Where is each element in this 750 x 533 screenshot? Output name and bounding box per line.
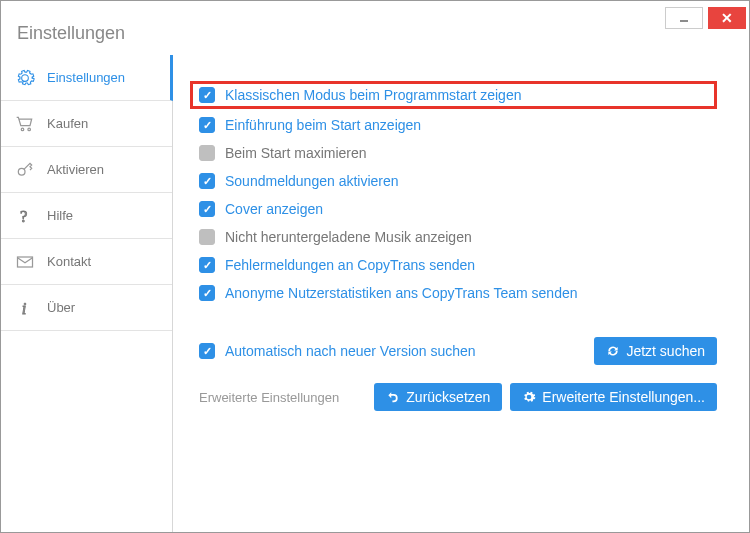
option-label: Soundmeldungen aktivieren (225, 173, 399, 189)
sidebar-item-label: Hilfe (47, 208, 73, 223)
checkbox-icon: ✓ (199, 285, 215, 301)
key-icon (13, 160, 37, 180)
svg-point-1 (18, 168, 25, 175)
option-send-stats[interactable]: ✓ Anonyme Nutzerstatistiken ans CopyTran… (199, 279, 717, 307)
button-label: Zurücksetzen (406, 389, 490, 405)
advanced-settings-button[interactable]: Erweiterte Einstellungen... (510, 383, 717, 411)
checkbox-icon: ✓ (199, 173, 215, 189)
sidebar-item-label: Über (47, 300, 75, 315)
refresh-icon (606, 344, 620, 358)
close-button[interactable]: ✕ (708, 7, 746, 29)
sidebar-item-settings[interactable]: Einstellungen (1, 55, 173, 101)
window-title: Einstellungen (17, 23, 125, 44)
checkbox-icon: ✓ (199, 87, 215, 103)
help-icon: ? (13, 206, 37, 226)
sidebar-item-help[interactable]: ? Hilfe (1, 193, 172, 239)
sidebar-item-label: Einstellungen (47, 70, 125, 85)
option-label: Automatisch nach neuer Version suchen (225, 343, 476, 359)
svg-text:?: ? (20, 206, 27, 225)
option-show-cover[interactable]: ✓ Cover anzeigen (199, 195, 717, 223)
settings-panel: ✓ Klassischen Modus beim Programmstart z… (173, 55, 749, 532)
svg-rect-3 (18, 257, 33, 267)
option-label: Klassischen Modus beim Programmstart zei… (225, 87, 521, 103)
option-maximize-on-start[interactable]: Beim Start maximieren (199, 139, 717, 167)
sidebar-item-activate[interactable]: Aktivieren (1, 147, 172, 193)
gear-icon (522, 390, 536, 404)
button-label: Erweiterte Einstellungen... (542, 389, 705, 405)
option-label: Nicht heruntergeladene Musik anzeigen (225, 229, 472, 245)
sidebar-item-label: Kaufen (47, 116, 88, 131)
option-send-errors[interactable]: ✓ Fehlermeldungen an CopyTrans senden (199, 251, 717, 279)
option-auto-update[interactable]: ✓ Automatisch nach neuer Version suchen (199, 343, 476, 359)
option-intro-on-start[interactable]: ✓ Einführung beim Start anzeigen (199, 111, 717, 139)
sidebar-item-about[interactable]: i Über (1, 285, 172, 331)
reset-button[interactable]: Zurücksetzen (374, 383, 502, 411)
option-label: Einführung beim Start anzeigen (225, 117, 421, 133)
check-updates-button[interactable]: Jetzt suchen (594, 337, 717, 365)
option-label: Beim Start maximieren (225, 145, 367, 161)
checkbox-icon (199, 145, 215, 161)
mail-icon (13, 252, 37, 272)
cart-icon (13, 114, 37, 134)
checkbox-icon: ✓ (199, 117, 215, 133)
info-icon: i (13, 298, 37, 318)
option-label: Anonyme Nutzerstatistiken ans CopyTrans … (225, 285, 578, 301)
checkbox-icon: ✓ (199, 257, 215, 273)
checkbox-icon: ✓ (199, 343, 215, 359)
sidebar-item-buy[interactable]: Kaufen (1, 101, 172, 147)
sidebar-item-label: Aktivieren (47, 162, 104, 177)
gear-icon (13, 68, 37, 88)
checkbox-icon: ✓ (199, 201, 215, 217)
sidebar-item-label: Kontakt (47, 254, 91, 269)
option-label: Cover anzeigen (225, 201, 323, 217)
button-label: Jetzt suchen (626, 343, 705, 359)
option-classic-mode[interactable]: ✓ Klassischen Modus beim Programmstart z… (190, 81, 717, 109)
sidebar: Einstellungen Kaufen Aktivieren ? Hilfe … (1, 55, 173, 532)
minimize-button[interactable] (665, 7, 703, 29)
checkbox-icon (199, 229, 215, 245)
svg-text:i: i (22, 298, 27, 317)
option-sound-notifications[interactable]: ✓ Soundmeldungen aktivieren (199, 167, 717, 195)
undo-icon (386, 390, 400, 404)
option-label: Fehlermeldungen an CopyTrans senden (225, 257, 475, 273)
sidebar-item-contact[interactable]: Kontakt (1, 239, 172, 285)
option-show-undownloaded[interactable]: Nicht heruntergeladene Musik anzeigen (199, 223, 717, 251)
advanced-settings-label: Erweiterte Einstellungen (199, 390, 339, 405)
